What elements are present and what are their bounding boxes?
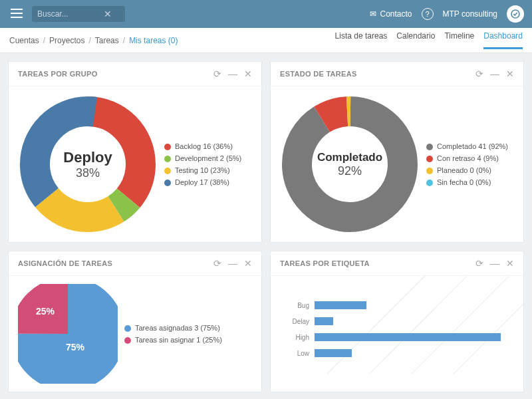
crumb-cuentas[interactable]: Cuentas bbox=[9, 36, 39, 45]
legend-item: Completado 41 (92%) bbox=[426, 142, 508, 150]
legend-item: Sin fecha 0 (0%) bbox=[426, 178, 508, 186]
donut-chart: Completado 92% bbox=[280, 94, 420, 234]
donut-center: Completado 92% bbox=[317, 151, 382, 178]
donut-value: 38% bbox=[63, 166, 112, 180]
close-icon[interactable]: ✕ bbox=[506, 258, 514, 269]
card-estado-tareas: ESTADO DE TAREAS ⟳ — ✕ Completado 92% bbox=[270, 61, 524, 243]
legend-item: Tareas sin asignar 1 (25%) bbox=[124, 336, 222, 344]
legend: Completado 41 (92%) Con retraso 4 (9%) P… bbox=[426, 142, 508, 186]
minimize-icon[interactable]: — bbox=[490, 258, 499, 269]
card-actions: ⟳ — ✕ bbox=[213, 68, 252, 79]
legend: Tareas asignadas 3 (75%) Tareas sin asig… bbox=[124, 324, 222, 344]
legend: Backlog 16 (36%) Development 2 (5%) Test… bbox=[164, 142, 241, 186]
card-body: Completado 92% Completado 41 (92%) Con r… bbox=[271, 86, 523, 242]
topbar-right: ✉ Contacto ? MTP consulting bbox=[370, 5, 524, 23]
card-actions: ⟳ — ✕ bbox=[213, 258, 252, 269]
card-body: Bug Delay High Low bbox=[271, 276, 523, 382]
card-body: 75% 25% Tareas asignadas 3 (75%) Tareas … bbox=[9, 276, 261, 392]
dot-icon bbox=[164, 156, 171, 162]
legend-item: Deploy 17 (38%) bbox=[164, 178, 241, 186]
donut-value: 92% bbox=[317, 164, 382, 178]
donut-center: Deploy 38% bbox=[63, 149, 112, 180]
dot-icon bbox=[426, 168, 433, 174]
dot-icon bbox=[426, 144, 433, 150]
card-title: TAREAS POR ETIQUETA bbox=[280, 259, 370, 267]
crumb-tareas[interactable]: Tareas bbox=[95, 36, 119, 45]
pie-label-a: 75% bbox=[66, 342, 84, 352]
org-label: MTP consulting bbox=[443, 9, 497, 19]
tab-calendario[interactable]: Calendario bbox=[396, 31, 435, 49]
dot-icon bbox=[426, 180, 433, 186]
contact-link[interactable]: ✉ Contacto bbox=[370, 9, 412, 19]
card-title: ESTADO DE TAREAS bbox=[280, 70, 357, 78]
legend-item: Development 2 (5%) bbox=[164, 154, 241, 162]
bar-row: High bbox=[287, 329, 501, 345]
close-icon[interactable]: ✕ bbox=[244, 68, 252, 79]
tab-timeline[interactable]: Timeline bbox=[444, 31, 474, 49]
card-head: TAREAS POR GRUPO ⟳ — ✕ bbox=[9, 62, 261, 86]
pie-label-b: 25% bbox=[36, 306, 55, 317]
minimize-icon[interactable]: — bbox=[228, 258, 237, 269]
tab-lista[interactable]: Lista de tareas bbox=[335, 31, 388, 49]
bar-fill bbox=[315, 333, 501, 341]
mail-icon: ✉ bbox=[370, 9, 376, 19]
card-title: ASIGNACIÓN DE TAREAS bbox=[18, 259, 112, 267]
legend-item: Tareas asignadas 3 (75%) bbox=[124, 324, 222, 332]
refresh-icon[interactable]: ⟳ bbox=[475, 68, 483, 79]
refresh-icon[interactable]: ⟳ bbox=[475, 258, 483, 269]
legend-item: Planeado 0 (0%) bbox=[426, 166, 508, 174]
bar-fill bbox=[315, 349, 352, 357]
tab-dashboard[interactable]: Dashboard bbox=[483, 31, 523, 49]
dot-icon bbox=[124, 337, 131, 344]
bar-row: Bug bbox=[287, 297, 501, 313]
card-asignacion: ASIGNACIÓN DE TAREAS ⟳ — ✕ 75% 25% Tarea… bbox=[8, 251, 262, 392]
close-icon[interactable]: ✕ bbox=[244, 258, 252, 269]
dot-icon bbox=[124, 325, 131, 332]
card-head: TAREAS POR ETIQUETA ⟳ — ✕ bbox=[271, 251, 523, 276]
avatar[interactable] bbox=[507, 5, 524, 23]
legend-item: Testing 10 (23%) bbox=[164, 166, 241, 174]
card-actions: ⟳ — ✕ bbox=[475, 68, 514, 79]
crumb-proyectos[interactable]: Proyectos bbox=[49, 36, 84, 45]
minimize-icon[interactable]: — bbox=[490, 68, 499, 79]
close-icon[interactable]: ✕ bbox=[506, 68, 514, 79]
bar-chart: Bug Delay High Low bbox=[280, 291, 514, 368]
dashboard-grid: TAREAS POR GRUPO ⟳ — ✕ Deploy 38% bbox=[0, 53, 532, 399]
dot-icon bbox=[164, 168, 171, 174]
card-tareas-grupo: TAREAS POR GRUPO ⟳ — ✕ Deploy 38% bbox=[8, 61, 262, 243]
card-head: ASIGNACIÓN DE TAREAS ⟳ — ✕ bbox=[9, 251, 261, 276]
donut-label: Deploy bbox=[63, 149, 112, 166]
refresh-icon[interactable]: ⟳ bbox=[213, 68, 221, 79]
minimize-icon[interactable]: — bbox=[228, 68, 237, 79]
card-head: ESTADO DE TAREAS ⟳ — ✕ bbox=[271, 62, 523, 86]
clear-icon[interactable]: ✕ bbox=[104, 9, 112, 19]
crumb-mis-tareas[interactable]: Mis tareas (0) bbox=[129, 36, 178, 45]
search-box[interactable]: ✕ bbox=[32, 6, 125, 22]
dot-icon bbox=[164, 180, 171, 186]
card-etiqueta: TAREAS POR ETIQUETA ⟳ — ✕ Bug Delay High… bbox=[270, 251, 524, 392]
menu-icon[interactable] bbox=[8, 6, 25, 23]
donut-label: Completado bbox=[317, 151, 382, 164]
bar-row: Low bbox=[287, 345, 501, 361]
bar-row: Delay bbox=[287, 313, 501, 329]
pie-chart: 75% 25% bbox=[18, 284, 118, 384]
bar-fill bbox=[315, 301, 366, 309]
breadcrumb: Cuentas/ Proyectos/ Tareas/ Mis tareas (… bbox=[9, 36, 178, 45]
legend-item: Con retraso 4 (9%) bbox=[426, 154, 508, 162]
bar-fill bbox=[315, 317, 333, 325]
legend-item: Backlog 16 (36%) bbox=[164, 142, 241, 150]
contact-label: Contacto bbox=[380, 9, 412, 19]
donut-chart: Deploy 38% bbox=[18, 94, 158, 234]
card-title: TAREAS POR GRUPO bbox=[18, 70, 98, 78]
dot-icon bbox=[164, 144, 171, 150]
refresh-icon[interactable]: ⟳ bbox=[213, 258, 221, 269]
topbar: ✕ ✉ Contacto ? MTP consulting bbox=[0, 0, 532, 28]
dot-icon bbox=[426, 156, 433, 162]
card-body: Deploy 38% Backlog 16 (36%) Development … bbox=[9, 86, 261, 242]
subbar: Cuentas/ Proyectos/ Tareas/ Mis tareas (… bbox=[0, 28, 532, 53]
card-actions: ⟳ — ✕ bbox=[475, 258, 514, 269]
tabs: Lista de tareas Calendario Timeline Dash… bbox=[335, 31, 523, 49]
help-icon[interactable]: ? bbox=[422, 8, 434, 20]
search-input[interactable] bbox=[37, 9, 104, 19]
